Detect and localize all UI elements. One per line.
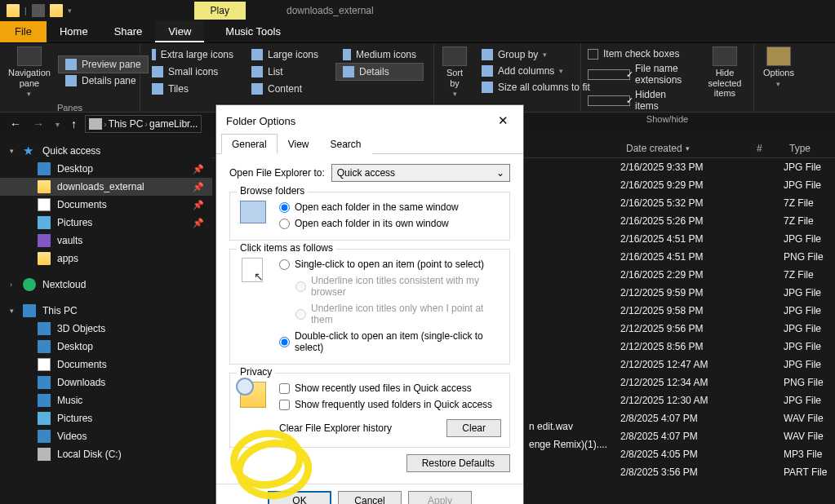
checkbox-frequent-folders[interactable]: Show frequently used folders in Quick ac… bbox=[238, 396, 501, 413]
file-name-partial[interactable]: enge Remix)(1).... bbox=[521, 435, 615, 453]
sidebar-downloads-external[interactable]: downloads_external📌 bbox=[0, 178, 212, 196]
layout-medium-icons[interactable]: Medium icons bbox=[336, 46, 423, 63]
layout-extra-large-icons[interactable]: Extra large icons bbox=[145, 46, 240, 63]
tab-home[interactable]: Home bbox=[47, 21, 101, 42]
tab-music-tools[interactable]: Music Tools bbox=[212, 21, 294, 42]
chevron-right-icon[interactable]: › bbox=[104, 119, 107, 129]
dialog-tab-view[interactable]: View bbox=[278, 134, 320, 154]
tab-view[interactable]: View bbox=[155, 21, 204, 42]
file-date[interactable]: 2/8/2025 4:05 PM bbox=[612, 445, 743, 463]
size-columns-button[interactable]: Size all columns to fit bbox=[475, 79, 597, 95]
chevron-down-icon[interactable]: ▾ bbox=[10, 147, 14, 155]
breadcrumb[interactable]: › This PC › gameLibr... bbox=[85, 115, 202, 133]
options-button[interactable]: Options bbox=[755, 43, 802, 99]
file-type[interactable]: PNG File bbox=[775, 374, 833, 391]
file-date[interactable]: 2/16/2025 5:26 PM bbox=[612, 212, 743, 230]
sidebar-nextcloud[interactable]: ›Nextcloud bbox=[0, 276, 212, 294]
file-date[interactable]: 2/16/2025 4:51 PM bbox=[612, 230, 743, 248]
file-type[interactable]: JPG File bbox=[775, 230, 833, 248]
crumb-folder[interactable]: gameLibr... bbox=[149, 118, 198, 130]
column-track-num[interactable]: # bbox=[748, 143, 781, 154]
hide-selected-button[interactable]: Hide selected items bbox=[696, 43, 753, 113]
radio-double-click[interactable]: Double-click to open an item (single-cli… bbox=[238, 328, 501, 356]
file-name-partial[interactable]: n edit.wav bbox=[521, 418, 581, 435]
sidebar-3d-objects[interactable]: 3D Objects bbox=[0, 320, 212, 338]
checkbox-recent-files[interactable]: Show recently used files in Quick access bbox=[238, 380, 501, 396]
sidebar-quick-access[interactable]: ▾★Quick access bbox=[0, 142, 212, 160]
sidebar-downloads[interactable]: Downloads bbox=[0, 374, 212, 391]
sidebar-videos[interactable]: Videos bbox=[0, 427, 212, 445]
file-date[interactable]: 2/12/2025 8:56 PM bbox=[612, 338, 743, 356]
qat-dropdown-icon[interactable]: ▾ bbox=[68, 7, 72, 15]
details-pane-button[interactable]: Details pane bbox=[59, 73, 148, 89]
file-date[interactable]: 2/12/2025 9:59 PM bbox=[612, 284, 743, 302]
back-button[interactable]: ← bbox=[7, 117, 24, 130]
navigation-pane-button[interactable]: Navigation pane bbox=[0, 43, 59, 102]
file-date[interactable]: 2/16/2025 2:29 PM bbox=[612, 266, 743, 284]
sidebar-pictures-2[interactable]: Pictures bbox=[0, 409, 212, 427]
file-date[interactable]: 2/12/2025 12:34 AM bbox=[612, 374, 743, 391]
layout-list[interactable]: List bbox=[245, 64, 331, 80]
item-check-boxes-toggle[interactable]: Item check boxes bbox=[581, 46, 696, 61]
forward-button[interactable]: → bbox=[29, 117, 47, 130]
column-type[interactable]: Type bbox=[781, 143, 835, 154]
sidebar-desktop[interactable]: Desktop📌 bbox=[0, 160, 212, 178]
file-date[interactable]: 2/16/2025 5:32 PM bbox=[612, 194, 743, 212]
restore-defaults-button[interactable]: Restore Defaults bbox=[406, 454, 510, 472]
file-type[interactable]: JPG File bbox=[775, 158, 833, 176]
file-type[interactable]: WAV File bbox=[775, 409, 833, 427]
dialog-tab-general[interactable]: General bbox=[221, 134, 278, 154]
preview-pane-button[interactable]: Preview pane bbox=[59, 56, 148, 73]
sidebar-vaults[interactable]: vaults bbox=[0, 232, 212, 250]
sidebar-desktop-2[interactable]: Desktop bbox=[0, 338, 212, 356]
layout-content[interactable]: Content bbox=[245, 81, 331, 97]
file-date[interactable]: 2/16/2025 9:33 PM bbox=[612, 158, 743, 176]
recent-dropdown[interactable]: ▾ bbox=[52, 120, 63, 129]
dialog-title-bar[interactable]: Folder Options ✕ bbox=[216, 105, 523, 133]
sidebar-pictures[interactable]: Pictures📌 bbox=[0, 214, 212, 232]
chevron-right-icon[interactable]: › bbox=[144, 119, 148, 129]
sidebar-documents[interactable]: Documents📌 bbox=[0, 196, 212, 214]
layout-details[interactable]: Details bbox=[336, 64, 423, 80]
group-by-button[interactable]: Group by bbox=[475, 46, 597, 63]
up-button[interactable]: ↑ bbox=[68, 117, 80, 130]
apply-button[interactable]: Apply bbox=[408, 491, 472, 504]
dialog-tab-search[interactable]: Search bbox=[320, 134, 372, 154]
file-type[interactable]: JPG File bbox=[775, 391, 833, 409]
close-button[interactable]: ✕ bbox=[493, 113, 513, 128]
sidebar-documents-2[interactable]: Documents bbox=[0, 356, 212, 374]
hidden-items-toggle[interactable]: Hidden items bbox=[581, 87, 696, 113]
radio-single-click[interactable]: Single-click to open an item (point to s… bbox=[238, 256, 501, 272]
crumb-this-pc[interactable]: This PC bbox=[109, 118, 144, 130]
contextual-tab-play[interactable]: Play bbox=[194, 2, 246, 20]
file-date[interactable]: 2/8/2025 4:07 PM bbox=[612, 427, 743, 445]
cancel-button[interactable]: Cancel bbox=[338, 491, 402, 504]
layout-large-icons[interactable]: Large icons bbox=[245, 46, 331, 63]
new-folder-icon[interactable] bbox=[50, 4, 63, 17]
file-type[interactable]: MP3 File bbox=[775, 445, 833, 463]
file-type[interactable]: 7Z File bbox=[775, 212, 833, 230]
file-date[interactable]: 2/16/2025 9:29 PM bbox=[612, 176, 743, 194]
file-type[interactable]: JPG File bbox=[775, 320, 833, 338]
chevron-down-icon[interactable]: ▾ bbox=[10, 307, 14, 315]
add-columns-button[interactable]: Add columns bbox=[475, 63, 597, 79]
file-type[interactable]: WAV File bbox=[775, 427, 833, 445]
file-type[interactable]: JPG File bbox=[775, 338, 833, 356]
navigation-sidebar[interactable]: ▾★Quick access Desktop📌 downloads_extern… bbox=[0, 135, 212, 504]
ok-button[interactable]: OK bbox=[268, 491, 331, 504]
file-date[interactable]: 2/12/2025 9:56 PM bbox=[612, 320, 743, 338]
sidebar-music[interactable]: Music bbox=[0, 391, 212, 409]
sidebar-apps[interactable]: apps bbox=[0, 250, 212, 267]
file-extensions-toggle[interactable]: File name extensions bbox=[581, 61, 696, 87]
layout-tiles[interactable]: Tiles bbox=[145, 81, 240, 97]
file-date[interactable]: 2/12/2025 12:30 AM bbox=[612, 391, 743, 409]
file-date[interactable]: 2/8/2025 3:56 PM bbox=[612, 463, 743, 481]
file-type[interactable]: 7Z File bbox=[775, 194, 833, 212]
file-type[interactable]: 7Z File bbox=[775, 266, 833, 284]
file-type[interactable]: PART File bbox=[775, 463, 833, 481]
clear-button[interactable]: Clear bbox=[446, 419, 501, 437]
sidebar-local-disk[interactable]: Local Disk (C:) bbox=[0, 445, 212, 463]
chevron-right-icon[interactable]: › bbox=[10, 281, 12, 289]
sort-by-button[interactable]: Sort by bbox=[434, 43, 475, 102]
file-date[interactable]: 2/12/2025 12:47 AM bbox=[612, 356, 743, 374]
